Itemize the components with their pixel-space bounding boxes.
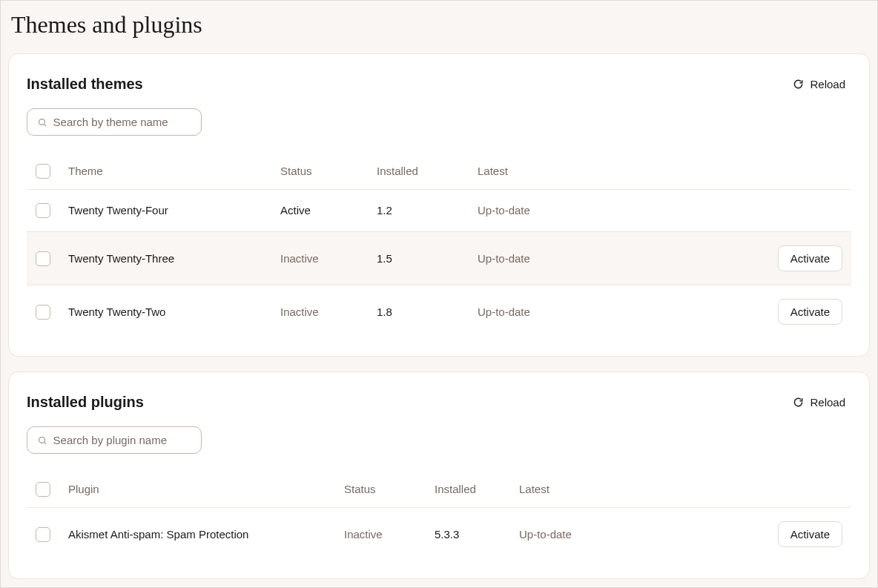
plugins-card: Installed plugins Reload Plugin xyxy=(8,371,870,579)
activate-button[interactable]: Activate xyxy=(778,521,842,547)
theme-name: Twenty Twenty-Three xyxy=(68,252,174,265)
row-checkbox[interactable] xyxy=(36,251,50,266)
page-title: Themes and plugins xyxy=(11,11,867,39)
themes-card: Installed themes Reload Theme xyxy=(8,53,870,357)
activate-button[interactable]: Activate xyxy=(778,299,842,325)
col-header-latest: Latest xyxy=(519,483,549,495)
plugin-latest: Up-to-date xyxy=(519,528,572,541)
plugin-name: Akismet Anti-spam: Spam Protection xyxy=(68,528,248,541)
plugins-table: Plugin Status Installed Latest Akismet A… xyxy=(27,475,851,561)
reload-icon xyxy=(793,397,804,408)
reload-icon xyxy=(793,79,804,90)
plugin-status: Inactive xyxy=(344,528,383,541)
theme-name: Twenty Twenty-Two xyxy=(68,305,165,318)
row-checkbox[interactable] xyxy=(36,305,50,320)
table-row: Twenty Twenty-Four Active 1.2 Up-to-date xyxy=(27,190,851,232)
theme-name: Twenty Twenty-Four xyxy=(68,204,168,217)
plugins-table-header: Plugin Status Installed Latest xyxy=(27,475,851,508)
col-header-installed: Installed xyxy=(377,165,418,177)
row-checkbox[interactable] xyxy=(36,203,50,218)
theme-installed: 1.2 xyxy=(377,204,392,217)
activate-button[interactable]: Activate xyxy=(778,245,842,271)
reload-plugins-button[interactable]: Reload xyxy=(787,393,851,412)
theme-status: Inactive xyxy=(280,252,319,265)
themes-table-header: Theme Status Installed Latest xyxy=(27,156,851,190)
themes-search-wrapper[interactable] xyxy=(27,108,202,136)
col-header-installed: Installed xyxy=(435,483,476,495)
search-icon xyxy=(38,117,47,128)
table-row: Twenty Twenty-Two Inactive 1.8 Up-to-dat… xyxy=(27,285,851,338)
col-header-theme: Theme xyxy=(68,165,103,177)
row-checkbox[interactable] xyxy=(36,527,50,542)
plugins-search-wrapper[interactable] xyxy=(27,426,202,454)
theme-installed: 1.8 xyxy=(377,305,392,318)
themes-table: Theme Status Installed Latest Twenty Twe… xyxy=(27,156,851,338)
plugins-title: Installed plugins xyxy=(27,394,144,411)
plugins-select-all-checkbox[interactable] xyxy=(36,482,50,497)
col-header-plugin: Plugin xyxy=(68,483,99,495)
reload-plugins-label: Reload xyxy=(810,396,845,409)
reload-themes-label: Reload xyxy=(810,78,845,90)
theme-latest: Up-to-date xyxy=(478,204,530,217)
theme-status: Active xyxy=(280,204,311,217)
table-row: Akismet Anti-spam: Spam Protection Inact… xyxy=(27,508,851,561)
col-header-status: Status xyxy=(344,483,376,495)
search-icon xyxy=(38,435,47,446)
theme-status: Inactive xyxy=(280,305,319,318)
themes-search-input[interactable] xyxy=(53,116,191,128)
reload-themes-button[interactable]: Reload xyxy=(787,75,851,93)
table-row: Twenty Twenty-Three Inactive 1.5 Up-to-d… xyxy=(27,232,851,285)
svg-point-0 xyxy=(39,119,45,125)
plugins-search-input[interactable] xyxy=(53,434,191,446)
plugin-installed: 5.3.3 xyxy=(435,528,459,541)
theme-latest: Up-to-date xyxy=(478,252,530,265)
theme-installed: 1.5 xyxy=(377,252,392,265)
svg-point-1 xyxy=(39,437,45,443)
themes-select-all-checkbox[interactable] xyxy=(36,164,50,179)
col-header-status: Status xyxy=(280,165,312,177)
themes-title: Installed themes xyxy=(27,76,143,93)
theme-latest: Up-to-date xyxy=(478,305,530,318)
col-header-latest: Latest xyxy=(478,165,508,177)
